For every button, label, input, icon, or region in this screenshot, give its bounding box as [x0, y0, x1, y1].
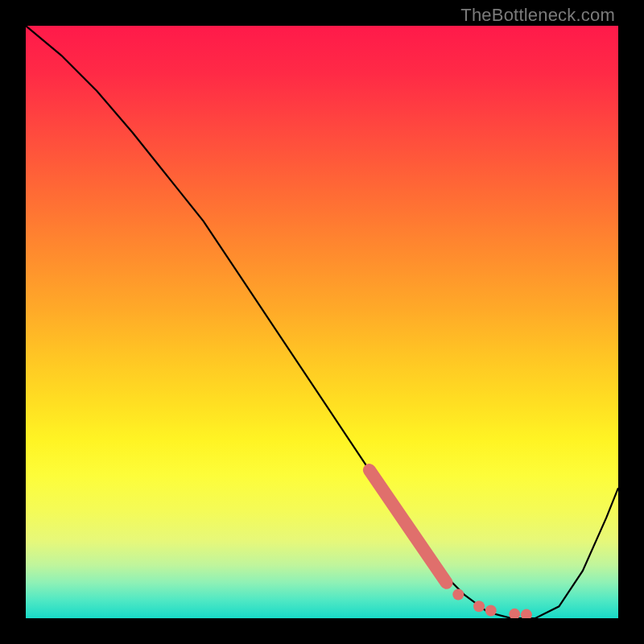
bottleneck-curve	[26, 26, 618, 618]
highlight-dot	[521, 609, 532, 618]
chart-frame: TheBottleneck.com	[0, 0, 644, 644]
chart-overlay	[26, 26, 618, 618]
highlight-dot	[473, 601, 485, 612]
highlight-bar	[369, 470, 447, 583]
highlight-dots	[452, 589, 532, 618]
watermark-text: TheBottleneck.com	[460, 5, 615, 26]
plot-area	[26, 26, 618, 618]
highlight-dot	[485, 605, 497, 616]
highlight-dot	[452, 589, 464, 601]
highlight-dot	[509, 609, 520, 618]
